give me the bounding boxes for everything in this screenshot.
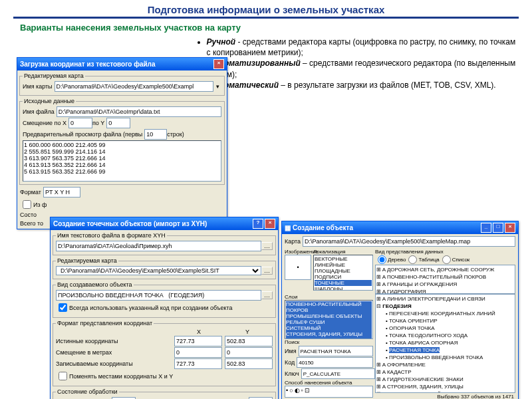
close-icon[interactable]: × — [505, 223, 515, 233]
xyh-file-input[interactable] — [56, 241, 261, 251]
radio-list[interactable] — [442, 255, 451, 264]
close-icon[interactable]: × — [213, 59, 224, 69]
preview-list[interactable]: 1 600.000 600.000 212.405 992 555.851 59… — [23, 140, 221, 182]
preview-rows-input[interactable] — [144, 129, 167, 140]
file-name-input[interactable] — [57, 106, 221, 117]
layer-tree-top[interactable]: ⊞ A ДОРОЖНАЯ СЕТЬ, ДОРОЖНЫЕ СООРУЖ ⊞ A П… — [375, 265, 515, 294]
code-input[interactable] — [297, 357, 373, 368]
always-use-code-checkbox[interactable] — [59, 303, 67, 312]
window-create-points: Создание точечных объектов (импорт из XY… — [50, 217, 279, 399]
page-title: Подготовка информации о земельных участк… — [0, 0, 532, 17]
from-file-checkbox[interactable] — [23, 200, 31, 209]
layers-label: Слои — [285, 294, 373, 300]
layers-list[interactable]: ПОЧВЕННО-РАСТИТЕЛЬНЫЙ ПОКРОВПРОМЫШЛЕННЫЕ… — [285, 300, 373, 339]
preview-icon: • — [285, 255, 311, 280]
off-y-input[interactable] — [225, 347, 273, 358]
view-mode-label: Вид представления данных — [375, 249, 515, 255]
rec-x-input[interactable] — [174, 358, 222, 369]
app-icon: ▦ — [285, 224, 291, 231]
true-y-input[interactable] — [225, 336, 273, 346]
window-load-coords: Загрузка координат из текстового файла× … — [17, 57, 227, 229]
maximize-icon[interactable]: □ — [493, 223, 503, 233]
browse-button[interactable]: … — [261, 242, 273, 250]
tab-localization[interactable]: Локализация — [313, 249, 373, 255]
pick-button[interactable]: … — [261, 291, 273, 299]
window-create-object: ▦Создание объекта_□× Карта Изображение •… — [281, 221, 519, 399]
window-title: Создание точечных объектов (импорт из XY… — [53, 220, 251, 227]
format-input[interactable] — [43, 187, 80, 198]
key-input[interactable] — [301, 368, 375, 379]
window-title: Создание объекта — [293, 224, 479, 231]
object-type-input[interactable] — [56, 290, 261, 301]
status-text: Выбрано 337 объектов из 1471 — [375, 393, 515, 399]
localization-list[interactable]: ВЕКТОРНЫЕЛИНЕЙНЫЕПЛОЩАДНЫЕПОДПИСИТОЧЕЧНЫ… — [313, 255, 373, 291]
shift-x-input[interactable] — [68, 118, 92, 128]
close-icon[interactable]: × — [265, 219, 275, 229]
map-name-input[interactable] — [55, 81, 213, 92]
search-label: Поиск — [285, 339, 373, 345]
swap-xy-checkbox[interactable] — [59, 372, 67, 380]
radio-table[interactable] — [408, 255, 417, 264]
browse-button[interactable]: … — [261, 267, 273, 275]
map-select[interactable]: D:\Panorama9\DATA\Geodesy\Example500\Exa… — [56, 266, 261, 275]
off-x-input[interactable] — [174, 347, 222, 358]
true-x-input[interactable] — [174, 336, 222, 346]
window-title: Загрузка координат из текстового файла — [20, 61, 212, 68]
minimize-icon[interactable]: _ — [481, 223, 491, 233]
tab-image[interactable]: Изображение — [285, 249, 311, 255]
shift-y-input[interactable] — [106, 118, 130, 128]
method-icons[interactable]: •○◐▫⊡ — [285, 386, 373, 398]
radio-tree[interactable] — [378, 255, 386, 264]
name-input[interactable] — [299, 346, 373, 356]
divider — [13, 17, 519, 19]
description-text: Ручной - средствами редактора карты (оци… — [188, 35, 519, 92]
object-tree[interactable]: ⊞ A ЛИНИИ ЭЛЕКТРОПЕРЕДАЧИ И СВЯЗИ ⊟ ГЕОД… — [375, 294, 515, 393]
minimize-icon[interactable]: ? — [253, 219, 263, 229]
subtitle: Варианты нанесения земельных участков на… — [0, 21, 532, 35]
rec-y-input[interactable] — [225, 358, 273, 369]
map-path-input[interactable] — [303, 236, 515, 247]
method-label: Способ нанесения объекта — [285, 380, 373, 386]
